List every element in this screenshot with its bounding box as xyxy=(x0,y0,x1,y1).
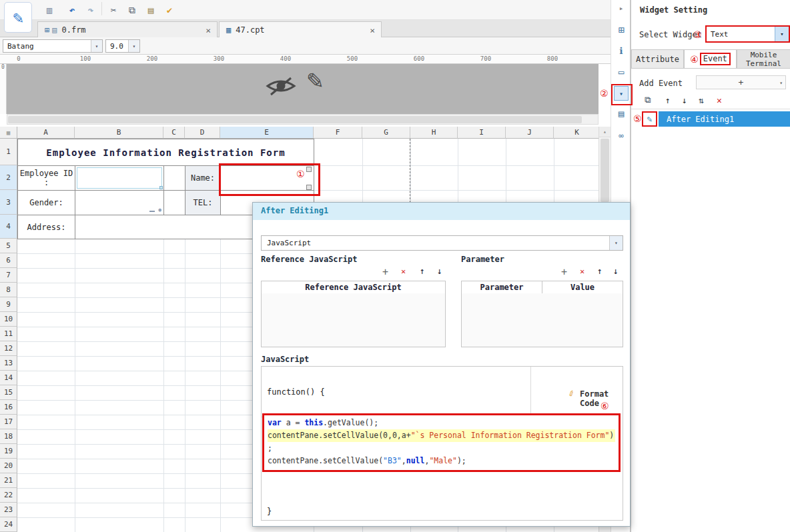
param-table-body[interactable] xyxy=(461,293,623,347)
column-header-A[interactable]: A xyxy=(17,127,75,139)
tab-0frm[interactable]: ⊞ ▤ 0.frm × xyxy=(37,21,218,38)
empty-cell-c3[interactable] xyxy=(163,190,185,215)
column-header-J[interactable]: J xyxy=(506,127,554,139)
column-header-H[interactable]: H xyxy=(410,127,458,139)
row-header-2[interactable]: 2 xyxy=(0,165,17,190)
design-canvas[interactable]: ✎ xyxy=(7,64,599,114)
app-logo[interactable]: ✎ xyxy=(4,2,32,33)
row-header-10[interactable]: 10 xyxy=(0,312,17,327)
event-edit-button[interactable]: ✎ xyxy=(642,111,657,127)
row-header-3[interactable]: 3 xyxy=(0,190,17,215)
employee-id-label-cell[interactable]: Employee ID : xyxy=(17,165,75,191)
dialog-titlebar[interactable]: After Editing1 xyxy=(253,203,630,220)
event-copy-button[interactable]: ⧉ xyxy=(641,94,655,106)
font-family-select[interactable]: Batang ▾ xyxy=(3,39,103,53)
param-add-button[interactable]: + xyxy=(561,266,567,278)
row-header-17[interactable]: 17 xyxy=(0,415,17,429)
row-header-4[interactable]: 4 xyxy=(0,215,17,239)
close-icon[interactable]: × xyxy=(370,25,375,35)
event-move-down-button[interactable]: ↓ xyxy=(677,94,692,106)
panel-expand-button[interactable]: ▸ xyxy=(611,4,631,13)
paste-button[interactable]: ▤ xyxy=(143,3,159,17)
add-event-button[interactable]: + ▾ xyxy=(696,75,786,89)
ref-move-up-button[interactable]: ↑ xyxy=(420,266,425,276)
row-header-20[interactable]: 20 xyxy=(0,459,17,473)
ref-add-button[interactable]: + xyxy=(382,266,388,278)
address-label-cell[interactable]: Address: xyxy=(17,215,75,239)
font-size-select[interactable]: 9.0 ▾ xyxy=(105,39,140,53)
row-header-13[interactable]: 13 xyxy=(0,356,17,371)
row-header-6[interactable]: 6 xyxy=(0,253,17,268)
format-toolbar: Batang ▾ 9.0 ▾ B I U ≣ ≣ ≣ ▦▾ ◪▾ A ▾ ▦ ▤… xyxy=(0,37,611,55)
hyperlink-button[interactable]: ∞ xyxy=(611,131,631,141)
undo-button[interactable]: ↶ xyxy=(64,3,80,17)
close-icon[interactable]: × xyxy=(206,25,211,35)
tab-mob[interactable]: Mobile Terminal xyxy=(737,49,790,69)
column-header-F[interactable]: F xyxy=(314,127,362,139)
redo-button[interactable]: ↷ xyxy=(83,3,99,17)
tel-label-cell[interactable]: TEL: xyxy=(185,190,221,215)
row-header-15[interactable]: 15 xyxy=(0,385,17,400)
row-header-21[interactable]: 21 xyxy=(0,473,17,488)
row-header-19[interactable]: 19 xyxy=(0,444,17,459)
row-header-12[interactable]: 12 xyxy=(0,341,17,356)
format-painter-button[interactable]: ✔ xyxy=(161,3,177,17)
cell-element-button[interactable]: ⊞ xyxy=(611,24,631,36)
tab-attribute[interactable]: Attribute xyxy=(631,49,684,69)
cell-attribute-button[interactable]: ℹ xyxy=(611,45,631,56)
float-element-button[interactable]: ▭ xyxy=(611,67,631,77)
row-header-16[interactable]: 16 xyxy=(0,400,17,415)
language-select[interactable]: JavaScript ▾ xyxy=(261,235,623,251)
column-header-C[interactable]: C xyxy=(163,127,185,139)
gender-input-cell[interactable]: ◉ xyxy=(75,190,164,215)
tab-47cpt[interactable]: ▦ 47.cpt × xyxy=(219,21,382,38)
scroll-up-button[interactable]: ▴ xyxy=(599,127,611,137)
param-delete-button[interactable]: ✕ xyxy=(580,267,584,276)
select-all-corner[interactable]: ▦ xyxy=(0,127,17,139)
event-list-item[interactable]: After Editing1 xyxy=(659,111,790,127)
row-header-24[interactable]: 24 xyxy=(0,517,17,532)
row-header-22[interactable]: 22 xyxy=(0,488,17,503)
ref-delete-button[interactable]: ✕ xyxy=(401,267,406,276)
column-header-I[interactable]: I xyxy=(458,127,506,139)
row-header-1[interactable]: 1 xyxy=(0,139,17,165)
param-move-down-button[interactable]: ↓ xyxy=(613,266,619,276)
scrollbar-thumb[interactable] xyxy=(601,139,609,202)
name-label-cell[interactable]: Name: xyxy=(185,165,221,191)
empty-cell-c2[interactable] xyxy=(163,165,185,191)
row-header-9[interactable]: 9 xyxy=(0,297,17,312)
event-move-up-button[interactable]: ↑ xyxy=(661,94,675,106)
row-header-11[interactable]: 11 xyxy=(0,327,17,341)
scrollbar-thumb[interactable] xyxy=(8,116,582,123)
row-header-23[interactable]: 23 xyxy=(0,503,17,517)
printer-button[interactable]: ▤ xyxy=(611,108,631,119)
column-header-G[interactable]: G xyxy=(362,127,410,139)
save-button[interactable]: ▥ xyxy=(41,3,57,17)
delete-icon: ✕ xyxy=(717,95,722,105)
title-cell[interactable]: Employee Information Registration Form xyxy=(17,139,314,166)
column-header-D[interactable]: D xyxy=(185,127,220,139)
widget-type-select[interactable]: Text ▾ xyxy=(705,25,790,43)
param-move-up-button[interactable]: ↑ xyxy=(597,266,603,276)
tab-event[interactable]: ④ Event xyxy=(684,49,737,69)
column-header-K[interactable]: K xyxy=(554,127,599,139)
employee-id-input-cell[interactable] xyxy=(75,165,164,191)
column-header: Parameter xyxy=(480,283,523,292)
row-header-5[interactable]: 5 xyxy=(0,239,17,253)
column-header-B[interactable]: B xyxy=(75,127,163,139)
gender-label-cell[interactable]: Gender: xyxy=(17,190,75,215)
row-header-7[interactable]: 7 xyxy=(0,268,17,283)
ref-move-down-button[interactable]: ↓ xyxy=(437,266,442,276)
code-editor[interactable]: function() { ✐ Format Code ⑥ var a = thi… xyxy=(261,366,623,521)
horizontal-scrollbar[interactable] xyxy=(7,114,599,125)
row-header-14[interactable]: 14 xyxy=(0,371,17,385)
event-sort-button[interactable]: ⇅ xyxy=(694,94,709,106)
event-delete-button[interactable]: ✕ xyxy=(712,94,727,106)
row-header-8[interactable]: 8 xyxy=(0,283,17,297)
widget-handle[interactable] xyxy=(159,186,163,189)
copy-button[interactable]: ⧉ xyxy=(124,3,140,17)
column-header-E[interactable]: E xyxy=(220,127,314,139)
ref-table-body[interactable] xyxy=(261,293,446,347)
cut-button[interactable]: ✂ xyxy=(105,3,121,17)
row-header-18[interactable]: 18 xyxy=(0,429,17,444)
